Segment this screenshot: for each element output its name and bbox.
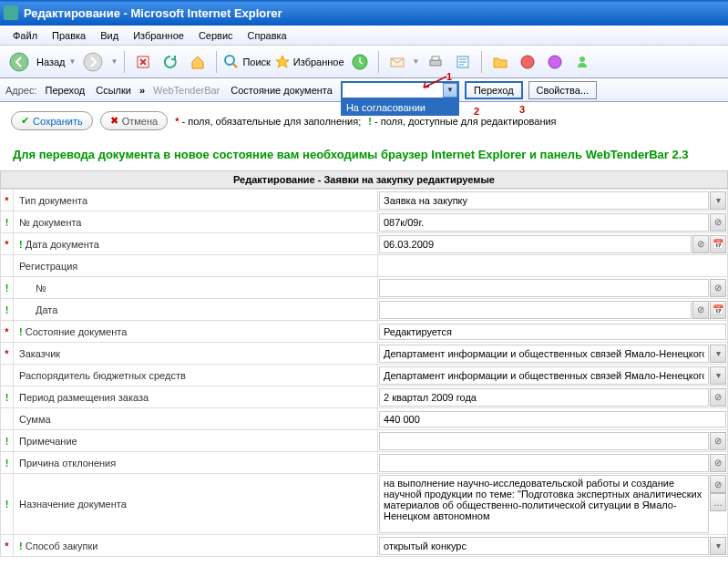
back-label[interactable]: Назад xyxy=(36,57,66,67)
reject-input[interactable] xyxy=(379,454,709,472)
svg-point-3 xyxy=(225,56,234,65)
tool-icon-1[interactable] xyxy=(516,50,539,74)
section-header: Редактирование - Заявки на закупку редак… xyxy=(0,170,728,189)
row-state: * ! Состояние документа xyxy=(1,321,728,343)
dropdown-option[interactable]: На согласовании xyxy=(341,99,459,116)
dropdown-btn[interactable]: ▾ xyxy=(710,537,726,555)
row-budget: Распорядитель бюджетных средств ▾ xyxy=(1,365,728,386)
budget-input[interactable] xyxy=(379,366,709,385)
refresh-button[interactable] xyxy=(159,50,182,74)
sum-input[interactable] xyxy=(379,411,726,427)
clear-btn[interactable]: ⊘ xyxy=(710,432,726,450)
svg-point-0 xyxy=(10,53,28,71)
menu-file[interactable]: Файл xyxy=(5,28,45,43)
svg-point-9 xyxy=(521,56,534,68)
forward-button[interactable] xyxy=(79,48,107,76)
period-input[interactable] xyxy=(379,388,709,407)
menubar: Файл Правка Вид Избранное Сервис Справка xyxy=(0,26,728,46)
row-doc-type: * Тип документа ▾ xyxy=(1,190,728,211)
purpose-textarea[interactable] xyxy=(379,475,709,533)
addressbar: Адрес: Переход Ссылки » WebTenderBar Сос… xyxy=(0,78,728,102)
row-reg: Регистрация xyxy=(1,255,728,277)
save-button[interactable]: ✔Сохранить xyxy=(11,111,93,130)
row-reject: ! Причина отклонения ⊘ xyxy=(1,452,728,474)
menu-view[interactable]: Вид xyxy=(93,28,126,43)
row-method: * ! Способ закупки ▾ xyxy=(1,535,728,557)
clear-btn[interactable]: ⊘ xyxy=(710,475,726,493)
history-button[interactable] xyxy=(348,50,372,74)
clear-btn[interactable]: ⊘ xyxy=(692,235,709,253)
page-content: ✔Сохранить ✖Отмена * - поля, обязательны… xyxy=(0,102,728,557)
row-doc-date: * ! Дата документа ⊘📅 xyxy=(1,233,728,255)
legend-required: * - поля, обязательные для заполнения; xyxy=(175,116,361,127)
svg-point-1 xyxy=(84,53,102,71)
cancel-button[interactable]: ✖Отмена xyxy=(100,111,168,130)
state-input[interactable] xyxy=(379,324,726,340)
menu-help[interactable]: Справка xyxy=(241,28,294,43)
row-purpose: ! Назначение документа ⊘… xyxy=(1,474,728,535)
menu-tools[interactable]: Сервис xyxy=(191,28,241,43)
properties-button[interactable]: Свойства... xyxy=(528,81,597,99)
tool-icon-2[interactable] xyxy=(543,50,567,74)
stop-button[interactable] xyxy=(131,50,155,74)
expand-btn[interactable]: … xyxy=(710,493,726,511)
address-label: Адрес: xyxy=(5,85,37,96)
search-button[interactable]: Поиск xyxy=(223,54,270,70)
favorites-button[interactable]: Избранное xyxy=(274,54,344,70)
notice-text: Для перевода документа в новое состояние… xyxy=(0,139,728,170)
row-doc-no: ! № документа ⊘ xyxy=(1,211,728,233)
row-sum: Сумма xyxy=(1,408,728,430)
svg-rect-7 xyxy=(432,57,439,60)
row-reg-date: ! Дата ⊘📅 xyxy=(1,299,728,321)
reg-no-input[interactable] xyxy=(379,279,709,297)
toolbar: Назад ▼ ▼ Поиск Избранное ▼ xyxy=(0,46,728,78)
window-title: Редактирование - Microsoft Internet Expl… xyxy=(24,6,282,20)
arrow-icon xyxy=(419,74,465,92)
menu-edit[interactable]: Правка xyxy=(45,28,93,43)
menu-favorites[interactable]: Избранное xyxy=(126,28,191,43)
doc-type-input[interactable] xyxy=(379,191,709,210)
form-table: * Тип документа ▾ ! № документа ⊘ * ! Да… xyxy=(0,189,728,557)
clear-btn[interactable]: ⊘ xyxy=(710,454,726,472)
go-button[interactable]: Переход xyxy=(465,81,523,99)
webtenderbar-label: WebTenderBar xyxy=(150,85,222,96)
legend-editable: ! - поля, доступные для редактирования xyxy=(368,116,556,127)
row-note: ! Примечание ⊘ xyxy=(1,430,728,452)
print-button[interactable] xyxy=(424,50,447,74)
doc-date-input[interactable] xyxy=(379,235,692,253)
note-input[interactable] xyxy=(379,432,709,450)
doc-state-label: Состояние документа xyxy=(228,85,335,96)
clear-btn[interactable]: ⊘ xyxy=(710,279,726,297)
annotation-3: 3 xyxy=(519,104,525,115)
customer-input[interactable] xyxy=(379,345,709,363)
method-input[interactable] xyxy=(379,537,709,555)
row-customer: * Заказчик ▾ xyxy=(1,343,728,365)
doc-no-input[interactable] xyxy=(379,213,709,232)
window-titlebar: Редактирование - Microsoft Internet Expl… xyxy=(0,0,728,26)
calendar-btn[interactable]: 📅 xyxy=(710,235,726,253)
svg-point-10 xyxy=(549,56,561,68)
row-reg-no: ! № ⊘ xyxy=(1,277,728,299)
annotation-2: 2 xyxy=(474,106,479,117)
links-label[interactable]: Ссылки xyxy=(93,85,134,96)
clear-btn[interactable]: ⊘ xyxy=(692,301,709,319)
mail-button[interactable] xyxy=(385,50,409,74)
folder-icon[interactable] xyxy=(488,50,512,74)
clear-btn[interactable]: ⊘ xyxy=(710,388,726,407)
clear-btn[interactable]: ⊘ xyxy=(710,213,726,232)
dropdown-btn[interactable]: ▾ xyxy=(710,191,726,210)
edit-button[interactable] xyxy=(451,50,475,74)
reg-date-input[interactable] xyxy=(379,301,692,319)
messenger-icon[interactable] xyxy=(570,50,594,74)
svg-point-11 xyxy=(579,57,585,62)
svg-rect-6 xyxy=(430,60,441,66)
calendar-btn[interactable]: 📅 xyxy=(710,301,726,319)
go-link[interactable]: Переход xyxy=(43,85,88,96)
row-period: ! Период размещения заказа ⊘ xyxy=(1,386,728,408)
ie-icon xyxy=(4,5,18,20)
home-button[interactable] xyxy=(186,50,210,74)
dropdown-btn[interactable]: ▾ xyxy=(710,345,726,363)
back-button[interactable] xyxy=(5,48,33,76)
dropdown-btn[interactable]: ▾ xyxy=(710,366,726,385)
